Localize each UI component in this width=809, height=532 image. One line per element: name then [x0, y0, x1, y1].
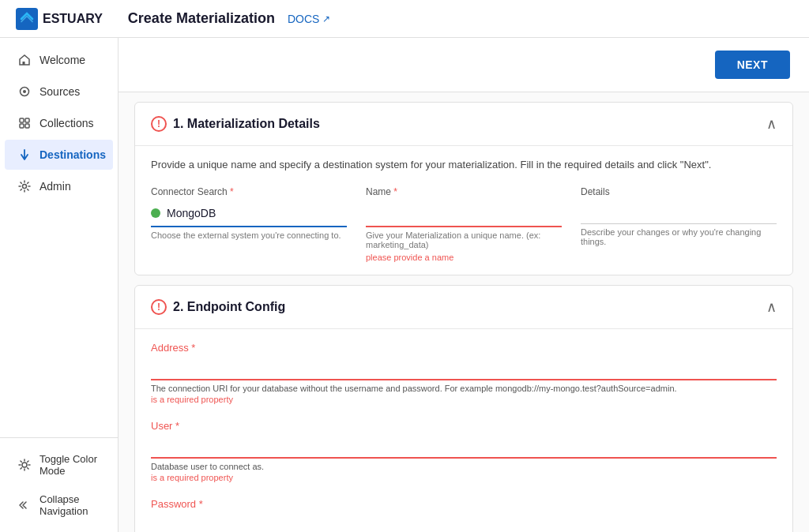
warning-icon-2: ! — [157, 302, 160, 313]
logo-text: ESTUARY — [43, 12, 103, 26]
password-label: Password * — [151, 498, 777, 510]
connector-value[interactable]: MongoDB — [151, 200, 347, 227]
sun-icon — [17, 458, 32, 472]
estuary-logo-icon — [16, 8, 38, 30]
svg-rect-7 — [25, 124, 29, 128]
name-label: Name * — [366, 186, 562, 197]
connector-label: Connector Search * — [151, 186, 347, 197]
sidebar-item-admin-label: Admin — [40, 180, 71, 193]
section1-warning-icon: ! — [151, 116, 167, 132]
sidebar-item-welcome[interactable]: Welcome — [5, 45, 113, 75]
section2-warning-icon: ! — [151, 299, 167, 315]
section2-title-row: ! 2. Endpoint Config — [151, 299, 285, 315]
source-icon — [17, 84, 32, 99]
connector-selected-value: MongoDB — [167, 207, 216, 219]
sidebar-item-destinations-label: Destinations — [40, 148, 106, 161]
svg-point-8 — [23, 185, 27, 189]
address-field: Address * The connection URI for your da… — [151, 342, 777, 404]
section2-chevron-icon[interactable]: ∧ — [766, 298, 777, 316]
external-link-icon: ↗ — [322, 13, 330, 24]
section1-title: 1. Materialization Details — [173, 117, 320, 131]
page-title: Create Materialization — [128, 10, 275, 27]
main-layout: Welcome Sources Collections Destinations… — [0, 38, 809, 532]
destinations-icon — [17, 148, 32, 162]
collapse-nav-label: Collapse Navigation — [40, 493, 100, 517]
toggle-color-label: Toggle Color Mode — [40, 453, 100, 477]
name-input[interactable] — [366, 200, 562, 227]
address-input[interactable] — [151, 357, 777, 380]
name-hint: Give your Materialization a unique name.… — [366, 230, 562, 249]
section1-title-text: Materialization Details — [187, 117, 320, 130]
home-icon — [17, 53, 32, 67]
details-hint: Describe your changes or why you're chan… — [581, 227, 777, 246]
action-bar: NEXT — [119, 38, 809, 92]
details-field: Details Describe your changes or why you… — [581, 186, 777, 246]
svg-point-3 — [23, 90, 26, 93]
endpoint-config-section: ! 2. Endpoint Config ∧ Address * The con… — [134, 285, 793, 532]
svg-rect-5 — [25, 118, 29, 122]
section1-body: Provide a unique name and specify a dest… — [135, 146, 792, 275]
collections-icon — [17, 116, 32, 130]
svg-point-9 — [22, 463, 27, 467]
user-error: is a required property — [151, 473, 777, 482]
connector-hint: Choose the external system you're connec… — [151, 230, 347, 240]
sidebar-collapse-nav[interactable]: Collapse Navigation — [5, 485, 113, 525]
form-row-details: Connector Search * MongoDB Choose the ex… — [151, 186, 777, 262]
user-input[interactable] — [151, 435, 777, 459]
user-hint: Database user to connect as. — [151, 462, 777, 471]
section1-chevron-icon[interactable]: ∧ — [766, 115, 777, 133]
user-label: User * — [151, 420, 777, 432]
sidebar-item-collections-label: Collections — [40, 117, 93, 129]
address-hint: The connection URI for your database wit… — [151, 384, 777, 393]
address-label: Address * — [151, 342, 777, 354]
next-button[interactable]: NEXT — [715, 51, 790, 79]
collapse-icon — [17, 498, 32, 512]
sidebar-item-collections[interactable]: Collections — [5, 108, 113, 138]
section1-header: ! 1. Materialization Details ∧ — [135, 103, 792, 146]
sidebar-bottom: Toggle Color Mode Collapse Navigation — [0, 437, 118, 526]
name-field: Name * Give your Materialization a uniqu… — [366, 186, 562, 262]
admin-icon — [17, 179, 32, 193]
logo: ESTUARY — [16, 8, 103, 30]
sidebar: Welcome Sources Collections Destinations… — [0, 38, 119, 532]
materialization-details-section: ! 1. Materialization Details ∧ Provide a… — [134, 102, 793, 275]
docs-label: DOCS — [288, 13, 319, 25]
password-input[interactable] — [151, 513, 777, 532]
main-content: NEXT ! 1. Materialization Details ∧ Prov… — [119, 38, 809, 532]
details-input-area[interactable] — [581, 200, 777, 224]
sidebar-item-welcome-label: Welcome — [40, 54, 85, 66]
mongodb-dot-icon — [151, 208, 160, 218]
connector-field: Connector Search * MongoDB Choose the ex… — [151, 186, 347, 240]
sidebar-item-sources-label: Sources — [40, 85, 80, 98]
svg-rect-0 — [16, 8, 38, 30]
sidebar-item-destinations[interactable]: Destinations — [5, 140, 113, 170]
section2-header: ! 2. Endpoint Config ∧ — [135, 286, 792, 329]
docs-link[interactable]: DOCS ↗ — [288, 13, 330, 25]
svg-rect-1 — [23, 62, 25, 65]
sidebar-item-sources[interactable]: Sources — [5, 77, 113, 107]
section1-number: 1 — [173, 117, 180, 130]
warning-icon: ! — [157, 118, 160, 129]
section2-body: Address * The connection URI for your da… — [135, 329, 792, 532]
svg-rect-4 — [20, 118, 24, 122]
section1-description: Provide a unique name and specify a dest… — [151, 159, 777, 170]
svg-rect-6 — [20, 124, 24, 128]
section2-title: 2. Endpoint Config — [173, 300, 285, 314]
details-label: Details — [581, 186, 777, 197]
topbar: ESTUARY Create Materialization DOCS ↗ — [0, 0, 809, 38]
section1-title-row: ! 1. Materialization Details — [151, 116, 320, 132]
password-field: Password * Password for the specified da… — [151, 498, 777, 532]
user-field: User * Database user to connect as. is a… — [151, 420, 777, 482]
sidebar-toggle-color[interactable]: Toggle Color Mode — [5, 445, 113, 485]
sidebar-item-admin[interactable]: Admin — [5, 171, 113, 201]
address-error: is a required property — [151, 395, 777, 404]
name-error: please provide a name — [366, 253, 562, 262]
